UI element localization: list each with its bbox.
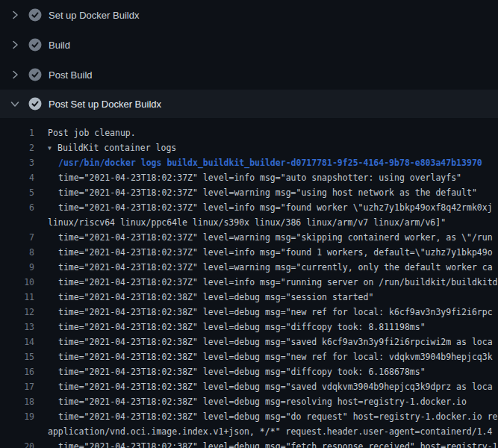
line-number[interactable]: 5 [0,185,34,200]
log-output: 1 Post job cleanup. 2 ▼BuildKit containe… [0,118,498,448]
log-line: 10 time="2021-04-23T18:02:37Z" level=inf… [0,275,498,290]
step-label: Set up Docker Buildx [49,10,139,21]
success-check-icon [28,8,42,22]
line-number[interactable]: 7 [0,230,34,245]
log-line: 5 time="2021-04-23T18:02:37Z" level=warn… [0,185,498,200]
step-label: Build [49,40,70,51]
step-list: Set up Docker Buildx Build P [0,0,498,118]
log-line: 17 time="2021-04-23T18:02:38Z" level=deb… [0,379,498,394]
chevron-right-icon [9,9,21,21]
log-line: 7 time="2021-04-23T18:02:37Z" level=warn… [0,230,498,245]
line-number[interactable]: 8 [0,245,34,260]
line-number[interactable]: 2 [0,140,34,155]
log-line-text: time="2021-04-23T18:02:37Z" level=warnin… [58,230,493,245]
log-line-text: time="2021-04-23T18:02:38Z" level=debug … [58,364,426,379]
line-number[interactable]: 10 [0,275,34,290]
log-line-text: time="2021-04-23T18:02:38Z" level=debug … [58,409,498,424]
log-line-text: time="2021-04-23T18:02:37Z" level=info m… [58,245,493,260]
line-number[interactable]: 6 [0,200,34,215]
line-number[interactable]: 16 [0,364,34,379]
log-group-toggle[interactable]: ▼BuildKit container logs [48,140,176,155]
line-number[interactable]: 4 [0,170,34,185]
log-line-text: time="2021-04-23T18:02:38Z" level=debug … [58,320,426,335]
step-row-set-up-docker-buildx[interactable]: Set up Docker Buildx [0,0,498,30]
log-line: 15 time="2021-04-23T18:02:38Z" level=deb… [0,349,498,364]
log-line: application/vnd.oci.image.index.v1+json,… [0,424,498,439]
actions-log-viewer: Set up Docker Buildx Build P [0,0,498,448]
chevron-down-icon [9,98,21,110]
success-check-icon [28,38,42,52]
line-number[interactable]: 15 [0,349,34,364]
log-line: 1 Post job cleanup. [0,125,498,140]
line-number[interactable]: 13 [0,320,34,335]
log-line-text: time="2021-04-23T18:02:37Z" level=info m… [58,170,461,185]
chevron-right-icon [9,39,21,51]
log-line-text: time="2021-04-23T18:02:38Z" level=debug … [58,379,493,394]
log-line-text: Post job cleanup. [48,125,136,140]
log-line: linux/riscv64 linux/ppc64le linux/s390x … [0,215,498,230]
log-line-text: /usr/bin/docker logs buildx_buildkit_bui… [58,155,482,170]
success-check-icon [28,97,42,111]
line-number[interactable]: 17 [0,379,34,394]
log-line: 12 time="2021-04-23T18:02:38Z" level=deb… [0,305,498,320]
chevron-right-icon [9,69,21,81]
log-line-text: time="2021-04-23T18:02:37Z" level=warnin… [58,185,477,200]
line-number [0,424,34,439]
line-number[interactable]: 14 [0,335,34,349]
log-line-text: time="2021-04-23T18:02:38Z" level=debug … [58,305,493,320]
log-line-text: time="2021-04-23T18:02:37Z" level=info m… [58,275,498,290]
step-row-build[interactable]: Build [0,30,498,60]
step-label: Post Build [49,69,93,81]
log-line: 4 time="2021-04-23T18:02:37Z" level=info… [0,170,498,185]
step-label: Post Set up Docker Buildx [49,99,161,110]
log-line: 13 time="2021-04-23T18:02:38Z" level=deb… [0,320,498,335]
log-line-text: time="2021-04-23T18:02:37Z" level=warnin… [58,260,493,275]
log-line: 16 time="2021-04-23T18:02:38Z" level=deb… [0,364,498,379]
line-number[interactable]: 9 [0,260,34,275]
log-line-text: time="2021-04-23T18:02:38Z" level=debug … [58,349,493,364]
success-check-icon [28,68,42,81]
line-number[interactable]: 19 [0,409,34,424]
log-line: 14 time="2021-04-23T18:02:38Z" level=deb… [0,335,498,349]
log-line: 11 time="2021-04-23T18:02:38Z" level=deb… [0,290,498,305]
log-line: 20 time="2021-04-23T18:02:38Z" level=deb… [0,439,498,448]
log-line-text: time="2021-04-23T18:02:38Z" level=debug … [58,335,493,349]
step-row-post-set-up-docker-buildx[interactable]: Post Set up Docker Buildx [0,90,498,118]
line-number[interactable]: 1 [0,125,34,140]
line-number[interactable]: 12 [0,305,34,320]
log-line-text: time="2021-04-23T18:02:37Z" level=info m… [58,200,493,215]
log-line: 3 /usr/bin/docker logs buildx_buildkit_b… [0,155,498,170]
line-number[interactable]: 18 [0,394,34,409]
line-number[interactable]: 20 [0,439,34,448]
log-line: 2 ▼BuildKit container logs [0,140,498,155]
log-line-text: time="2021-04-23T18:02:38Z" level=debug … [58,290,373,305]
log-line-text: time="2021-04-23T18:02:38Z" level=debug … [58,439,498,448]
log-line: 18 time="2021-04-23T18:02:38Z" level=deb… [0,394,498,409]
step-row-post-build[interactable]: Post Build [0,60,498,90]
group-collapse-icon: ▼ [48,141,57,156]
log-group-label: BuildKit container logs [57,143,176,153]
log-line: 6 time="2021-04-23T18:02:37Z" level=info… [0,200,498,215]
log-line: 8 time="2021-04-23T18:02:37Z" level=info… [0,245,498,260]
log-line-text: application/vnd.oci.image.index.v1+json,… [48,424,492,439]
line-number [0,215,34,230]
line-number[interactable]: 11 [0,290,34,305]
log-line: 19 time="2021-04-23T18:02:38Z" level=deb… [0,409,498,424]
log-line-text: time="2021-04-23T18:02:38Z" level=debug … [58,394,467,409]
log-line-text: linux/riscv64 linux/ppc64le linux/s390x … [48,215,446,230]
line-number[interactable]: 3 [0,155,34,170]
log-line: 9 time="2021-04-23T18:02:37Z" level=warn… [0,260,498,275]
